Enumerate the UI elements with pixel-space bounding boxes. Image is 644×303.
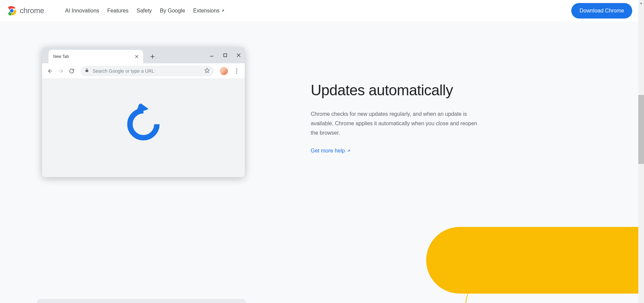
address-bar-placeholder: Search Google or type a URL: [93, 68, 201, 74]
nav-safety[interactable]: Safety: [137, 8, 152, 14]
nav-extensions[interactable]: Extensions: [193, 8, 225, 14]
kebab-menu-icon[interactable]: [233, 67, 241, 75]
svg-point-7: [236, 70, 237, 71]
section-text: Updates automatically Chrome checks for …: [311, 81, 486, 154]
address-bar[interactable]: Search Google or type a URL: [80, 66, 214, 76]
window-maximize-icon[interactable]: [222, 52, 229, 59]
main-content: New Tab: [0, 22, 638, 303]
nav-extensions-label: Extensions: [193, 8, 219, 14]
browser-tab-strip: New Tab: [42, 47, 245, 63]
update-spinner-icon: [127, 103, 160, 140]
get-more-help-link[interactable]: Get more help: [311, 148, 351, 154]
bookmark-star-icon[interactable]: [204, 68, 210, 74]
add-tab-icon[interactable]: [149, 53, 156, 60]
get-more-help-label: Get more help: [311, 148, 345, 154]
chrome-logo-icon: [6, 5, 18, 17]
active-tab[interactable]: New Tab: [48, 50, 143, 63]
chrome-logo[interactable]: chrome: [6, 5, 44, 17]
toolbar-row: Search Google or type a URL: [42, 63, 245, 79]
yellow-decoration: [426, 227, 644, 303]
tab-close-icon[interactable]: [135, 54, 138, 59]
nav-by-google[interactable]: By Google: [160, 8, 185, 14]
chrome-logo-text: chrome: [20, 6, 44, 15]
page-scrollbar[interactable]: ▴: [638, 0, 644, 303]
external-arrow-icon: [347, 149, 351, 153]
browser-window: New Tab: [42, 47, 245, 177]
scrollbar-arrow-up-icon[interactable]: ▴: [638, 0, 644, 6]
nav-ai-innovations[interactable]: AI Innovations: [65, 8, 99, 14]
reload-icon[interactable]: [68, 67, 76, 75]
nav-back-icon[interactable]: [46, 67, 54, 75]
external-link-icon: [221, 9, 225, 13]
window-ctrl-group: [208, 47, 242, 63]
svg-point-6: [236, 68, 237, 69]
section-heading: Updates automatically: [311, 81, 486, 99]
svg-point-8: [236, 72, 237, 73]
download-chrome-button[interactable]: Download Chrome: [571, 3, 632, 19]
svg-rect-4: [224, 54, 227, 57]
profile-avatar[interactable]: [220, 67, 228, 75]
next-section-peek: [37, 299, 246, 303]
active-tab-title: New Tab: [53, 54, 135, 59]
browser-viewport: [42, 79, 245, 177]
nav-features[interactable]: Features: [107, 8, 129, 14]
svg-rect-5: [86, 70, 88, 72]
window-close-icon[interactable]: [235, 52, 242, 59]
main-nav: AI Innovations Features Safety By Google…: [65, 8, 225, 14]
yellow-outline-shape: [465, 273, 644, 303]
nav-forward-icon: [57, 67, 65, 75]
header: chrome AI Innovations Features Safety By…: [0, 0, 638, 22]
section-body: Chrome checks for new updates regularly,…: [311, 109, 486, 138]
svg-point-2: [10, 9, 14, 13]
scrollbar-thumb[interactable]: [638, 95, 644, 164]
window-minimize-icon[interactable]: [208, 52, 215, 59]
lock-icon: [84, 68, 89, 74]
